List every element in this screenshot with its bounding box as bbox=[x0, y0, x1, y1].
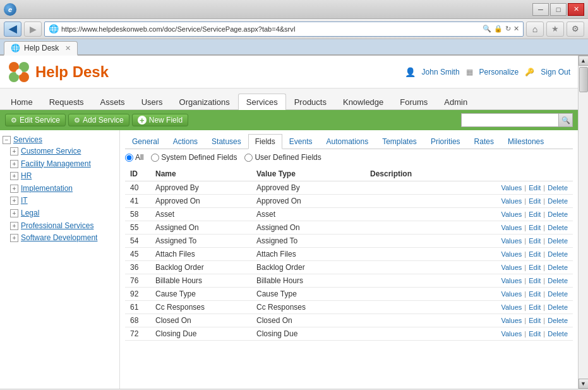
browser-tab[interactable]: 🌐 Help Desk ✕ bbox=[4, 41, 78, 56]
scrollbar-down-button[interactable]: ▼ bbox=[579, 379, 589, 389]
new-field-button[interactable]: + New Field bbox=[132, 114, 188, 126]
favorites-button[interactable]: ★ bbox=[546, 21, 564, 37]
values-link[interactable]: Values bbox=[501, 264, 522, 271]
sub-tab-actions[interactable]: Actions bbox=[166, 134, 205, 149]
sidebar-item-it[interactable]: + IT bbox=[1, 195, 118, 207]
filter-all-label[interactable]: All bbox=[125, 153, 143, 162]
edit-link[interactable]: Edit bbox=[529, 290, 541, 298]
cell-id: 55 bbox=[125, 221, 150, 235]
values-link[interactable]: Values bbox=[501, 277, 522, 284]
sub-tab-fields[interactable]: Fields bbox=[248, 134, 282, 149]
delete-link[interactable]: Delete bbox=[548, 210, 568, 218]
delete-link[interactable]: Delete bbox=[548, 250, 568, 258]
values-link[interactable]: Values bbox=[501, 197, 522, 205]
delete-link[interactable]: Delete bbox=[548, 237, 568, 245]
sidebar-root[interactable]: − Services bbox=[1, 134, 118, 145]
nav-item-assets[interactable]: Assets bbox=[92, 94, 133, 110]
add-service-button[interactable]: ⚙ Add Service bbox=[68, 114, 129, 126]
edit-link[interactable]: Edit bbox=[529, 224, 541, 231]
delete-link[interactable]: Delete bbox=[548, 184, 568, 192]
signout-link[interactable]: Sign Out bbox=[541, 68, 570, 76]
edit-link[interactable]: Edit bbox=[529, 264, 541, 271]
filter-user-label[interactable]: User Defined Fields bbox=[244, 153, 321, 162]
edit-link[interactable]: Edit bbox=[529, 237, 541, 245]
header-user-area: 👤 John Smith ▦ Personalize 🔑 Sign Out bbox=[405, 67, 570, 77]
sidebar-item-legal[interactable]: + Legal bbox=[1, 207, 118, 220]
tools-button[interactable]: ⚙ bbox=[567, 21, 584, 37]
sidebar-item-software-development[interactable]: + Software Development bbox=[1, 232, 118, 245]
edit-link[interactable]: Edit bbox=[529, 277, 541, 284]
filter-system-radio[interactable] bbox=[151, 154, 159, 162]
values-link[interactable]: Values bbox=[501, 224, 522, 231]
nav-item-forums[interactable]: Forums bbox=[392, 94, 436, 110]
values-link[interactable]: Values bbox=[501, 303, 522, 311]
edit-link[interactable]: Edit bbox=[529, 210, 541, 218]
delete-link[interactable]: Delete bbox=[548, 197, 568, 205]
forward-button[interactable]: ▶ bbox=[24, 21, 42, 37]
sub-tab-milestones[interactable]: Milestones bbox=[501, 134, 551, 149]
delete-link[interactable]: Delete bbox=[548, 290, 568, 298]
sub-tab-automations[interactable]: Automations bbox=[319, 134, 375, 149]
sub-tab-priorities[interactable]: Priorities bbox=[424, 134, 467, 149]
values-link[interactable]: Values bbox=[501, 330, 522, 338]
delete-link[interactable]: Delete bbox=[548, 277, 568, 284]
sidebar-item-facility-management[interactable]: + Facility Management bbox=[1, 158, 118, 171]
edit-link[interactable]: Edit bbox=[529, 330, 541, 338]
values-link[interactable]: Values bbox=[501, 237, 522, 245]
user-name-link[interactable]: John Smith bbox=[422, 68, 460, 76]
nav-item-users[interactable]: Users bbox=[133, 94, 171, 110]
sub-tab-events[interactable]: Events bbox=[282, 134, 320, 149]
sidebar-item-implementation[interactable]: + Implementation bbox=[1, 183, 118, 195]
edit-service-button[interactable]: ⚙ Edit Service bbox=[5, 114, 66, 126]
nav-item-knowledge[interactable]: Knowledge bbox=[335, 94, 392, 110]
edit-link[interactable]: Edit bbox=[529, 250, 541, 258]
delete-link[interactable]: Delete bbox=[548, 330, 568, 338]
home-button[interactable]: ⌂ bbox=[526, 21, 544, 37]
separator-2: | bbox=[543, 303, 545, 311]
separator-1: | bbox=[524, 264, 526, 271]
nav-item-admin[interactable]: Admin bbox=[436, 94, 476, 110]
scrollbar-up-button[interactable]: ▲ bbox=[579, 56, 589, 66]
sidebar-item-customer-service[interactable]: + Customer Service bbox=[1, 145, 118, 158]
sub-tab-templates[interactable]: Templates bbox=[375, 134, 424, 149]
nav-item-requests[interactable]: Requests bbox=[41, 94, 92, 110]
search-input[interactable] bbox=[461, 113, 559, 127]
back-button[interactable]: ◀ bbox=[4, 21, 21, 37]
sidebar-item-professional-services[interactable]: + Professional Services bbox=[1, 220, 118, 233]
filter-user-radio[interactable] bbox=[244, 154, 253, 162]
filter-all-radio[interactable] bbox=[125, 154, 133, 162]
nav-item-organizations[interactable]: Organizations bbox=[171, 94, 238, 110]
tab-close-icon[interactable]: ✕ bbox=[65, 44, 71, 52]
values-link[interactable]: Values bbox=[501, 250, 522, 258]
nav-item-products[interactable]: Products bbox=[286, 94, 335, 110]
maximize-button[interactable]: □ bbox=[550, 3, 567, 16]
close-button[interactable]: ✕ bbox=[568, 3, 584, 16]
minimize-button[interactable]: ─ bbox=[532, 3, 549, 16]
edit-link[interactable]: Edit bbox=[529, 317, 541, 324]
scrollbar-thumb[interactable] bbox=[579, 67, 588, 92]
edit-link[interactable]: Edit bbox=[529, 303, 541, 311]
values-link[interactable]: Values bbox=[501, 290, 522, 298]
search-button[interactable]: 🔍 bbox=[559, 113, 573, 127]
sub-tab-rates[interactable]: Rates bbox=[467, 134, 501, 149]
delete-link[interactable]: Delete bbox=[548, 264, 568, 271]
sidebar-item-hr[interactable]: + HR bbox=[1, 170, 118, 183]
nav-item-home[interactable]: Home bbox=[3, 94, 41, 110]
delete-link[interactable]: Delete bbox=[548, 303, 568, 311]
nav-item-services[interactable]: Services bbox=[238, 94, 286, 110]
sub-tab-general[interactable]: General bbox=[125, 134, 166, 149]
personalize-link[interactable]: Personalize bbox=[479, 68, 519, 76]
content-area: − Services + Customer Service + Facility… bbox=[0, 130, 578, 389]
delete-link[interactable]: Delete bbox=[548, 317, 568, 324]
sub-tab-statuses[interactable]: Statuses bbox=[205, 134, 248, 149]
address-bar[interactable]: 🌐 https://www.helpdeskonweb.com/doc/Serv… bbox=[44, 21, 524, 37]
edit-link[interactable]: Edit bbox=[529, 184, 541, 192]
values-link[interactable]: Values bbox=[501, 210, 522, 218]
filter-system-label[interactable]: System Defined Fields bbox=[151, 153, 237, 162]
edit-link[interactable]: Edit bbox=[529, 197, 541, 205]
nav-bar: HomeRequestsAssetsUsersOrganizationsServ… bbox=[0, 88, 578, 110]
values-link[interactable]: Values bbox=[501, 317, 522, 324]
values-link[interactable]: Values bbox=[501, 184, 522, 192]
delete-link[interactable]: Delete bbox=[548, 224, 568, 231]
sidebar-root-label[interactable]: Services bbox=[13, 135, 42, 144]
